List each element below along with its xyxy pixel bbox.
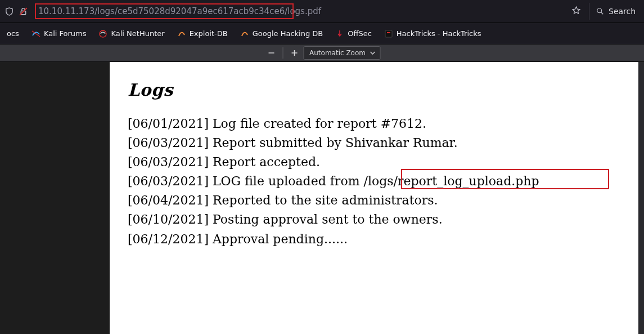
insecure-lock-icon[interactable] bbox=[19, 7, 28, 16]
bookmark-label: Kali NetHunter bbox=[111, 29, 164, 38]
kali-nethunter-icon bbox=[98, 29, 107, 38]
url-text: 10.10.11.173/logs/ce5d75028d92047a9ec617… bbox=[35, 3, 564, 19]
log-line: [06/04/2021] Reported to the site admini… bbox=[128, 191, 620, 210]
log-line: [06/03/2021] Report submitted by Shivank… bbox=[128, 133, 620, 153]
search-icon bbox=[596, 7, 604, 15]
search-placeholder: Search bbox=[609, 7, 636, 16]
pdf-viewer-area: Logs [06/01/2021] Log file created for r… bbox=[0, 62, 644, 334]
search-box[interactable]: Search bbox=[589, 3, 641, 20]
svg-point-5 bbox=[100, 30, 106, 37]
offsec-icon bbox=[335, 29, 344, 38]
zoom-select[interactable]: Automatic Zoom bbox=[303, 46, 381, 60]
bookmark-label: Exploit-DB bbox=[190, 29, 228, 38]
chevron-down-icon bbox=[370, 50, 376, 56]
url-input[interactable]: 10.10.11.173/logs/ce5d75028d92047a9ec617… bbox=[35, 3, 564, 19]
bookmarks-bar: ocs Kali Forums Kali NetHunter Exploit-D… bbox=[0, 23, 644, 44]
bookmark-label: OffSec bbox=[348, 29, 372, 38]
svg-rect-6 bbox=[385, 30, 392, 37]
bookmark-docs[interactable]: ocs bbox=[2, 27, 24, 40]
pdf-toolbar: Automatic Zoom bbox=[0, 44, 644, 62]
log-line: [06/03/2021] LOG file uploaded from /log… bbox=[128, 172, 620, 191]
shield-icon[interactable] bbox=[4, 7, 14, 16]
bookmark-offsec[interactable]: OffSec bbox=[331, 27, 376, 41]
bookmark-kali-forums[interactable]: Kali Forums bbox=[27, 27, 91, 41]
toolbar-divider bbox=[282, 47, 283, 59]
bookmark-star-icon[interactable] bbox=[567, 3, 586, 20]
bookmark-hacktricks[interactable]: HackTricks - HackTricks bbox=[380, 27, 486, 41]
zoom-select-label: Automatic Zoom bbox=[309, 49, 366, 57]
bookmark-label: Kali Forums bbox=[44, 29, 87, 38]
svg-rect-7 bbox=[387, 32, 390, 33]
log-lines: [06/01/2021] Log file created for report… bbox=[128, 114, 620, 249]
pdf-sidebar bbox=[0, 62, 110, 334]
pdf-page-container[interactable]: Logs [06/01/2021] Log file created for r… bbox=[110, 62, 644, 334]
log-line: [06/10/2021] Posting approval sent to th… bbox=[128, 210, 620, 229]
document-title: Logs bbox=[128, 80, 620, 100]
log-line: [06/01/2021] Log file created for report… bbox=[128, 114, 620, 133]
bookmark-exploit-db[interactable]: Exploit-DB bbox=[173, 27, 232, 41]
ghdb-icon bbox=[240, 29, 249, 38]
bookmark-label: ocs bbox=[7, 29, 19, 38]
zoom-in-button[interactable] bbox=[286, 45, 302, 61]
hacktricks-icon bbox=[384, 29, 393, 38]
bookmark-google-hacking-db[interactable]: Google Hacking DB bbox=[236, 27, 328, 41]
log-line: [06/12/2021] Approval pending...... bbox=[128, 230, 620, 249]
zoom-out-button[interactable] bbox=[263, 45, 279, 61]
pdf-page: Logs [06/01/2021] Log file created for r… bbox=[110, 62, 638, 334]
url-bar: 10.10.11.173/logs/ce5d75028d92047a9ec617… bbox=[0, 0, 644, 23]
bookmark-label: Google Hacking DB bbox=[253, 29, 323, 38]
exploit-db-icon bbox=[177, 29, 186, 38]
log-line: [06/03/2021] Report accepted. bbox=[128, 153, 620, 172]
svg-point-2 bbox=[597, 8, 602, 13]
svg-line-3 bbox=[601, 12, 604, 15]
bookmark-label: HackTricks - HackTricks bbox=[397, 29, 481, 38]
kali-forums-icon bbox=[31, 29, 40, 38]
url-security-icons bbox=[3, 7, 31, 16]
bookmark-kali-nethunter[interactable]: Kali NetHunter bbox=[94, 27, 169, 41]
